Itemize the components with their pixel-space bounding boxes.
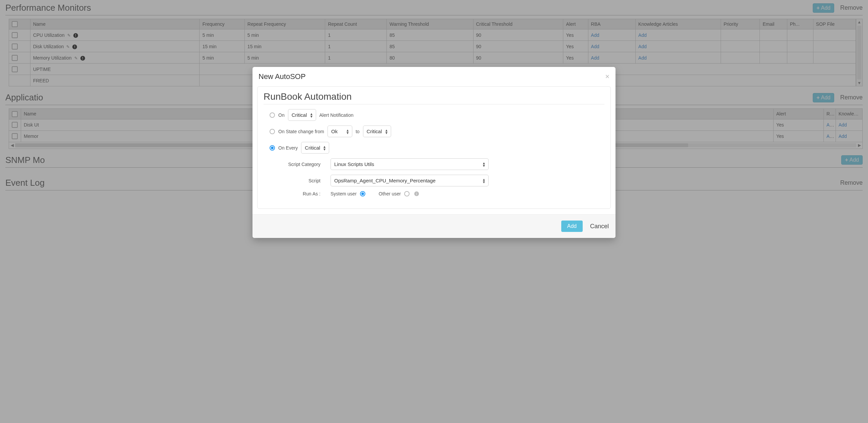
on-label: On (278, 112, 285, 118)
select-state-from[interactable]: Ok ▴▾ (328, 126, 352, 137)
select-script-category[interactable]: Linux Scripts Utils ▴▾ (331, 158, 489, 170)
select-value: Critical (292, 112, 307, 118)
runbook-panel: RunBook Automation On Critical ▴▾ Alert … (257, 86, 611, 194)
caret-icon: ▴▾ (483, 178, 485, 184)
select-value: Critical (305, 145, 320, 151)
row-on-every: On Every Critical ▴▾ (264, 142, 604, 154)
select-script[interactable]: OpsRamp_Agent_CPU_Memory_Percentage ▴▾ (331, 175, 489, 186)
select-state-to[interactable]: Critical ▴▾ (363, 126, 391, 137)
alert-notif-label: Alert Notification (319, 112, 353, 118)
other-user-label: Other user (379, 191, 401, 194)
radio-on-every[interactable] (270, 145, 275, 151)
system-user-label: System user (331, 191, 356, 194)
select-on-severity[interactable]: Critical ▴▾ (288, 109, 316, 121)
on-every-label: On Every (278, 145, 298, 151)
radio-system-user[interactable] (360, 191, 365, 194)
modal-header: New AutoSOP × (252, 67, 616, 83)
row-script: Script OpsRamp_Agent_CPU_Memory_Percenta… (264, 175, 604, 186)
script-label: Script (264, 178, 320, 184)
info-icon[interactable]: i (414, 191, 419, 194)
new-autosop-modal: New AutoSOP × RunBook Automation On Crit… (252, 67, 616, 194)
select-on-every[interactable]: Critical ▴▾ (301, 142, 329, 154)
radio-state-change[interactable] (270, 129, 275, 134)
state-change-label: On State change from (278, 129, 324, 134)
row-script-category: Script Category Linux Scripts Utils ▴▾ (264, 158, 604, 170)
radio-other-user[interactable] (404, 191, 409, 194)
close-icon[interactable]: × (605, 72, 610, 81)
row-state-change: On State change from Ok ▴▾ to Critical ▴… (264, 126, 604, 137)
select-value: Critical (367, 129, 382, 134)
row-on-alert: On Critical ▴▾ Alert Notification (264, 109, 604, 121)
modal-overlay: New AutoSOP × RunBook Automation On Crit… (0, 0, 868, 194)
row-run-as: Run As : System user Other user i (264, 191, 604, 194)
panel-title: RunBook Automation (264, 91, 604, 102)
caret-icon: ▴▾ (483, 162, 485, 167)
caret-icon: ▴▾ (310, 112, 312, 118)
to-label: to (355, 129, 360, 134)
run-as-label: Run As : (264, 191, 320, 194)
radio-on-alert[interactable] (270, 112, 275, 118)
select-value: Ok (331, 129, 338, 134)
select-value: OpsRamp_Agent_CPU_Memory_Percentage (334, 178, 436, 184)
modal-title: New AutoSOP (258, 72, 306, 81)
caret-icon: ▴▾ (347, 129, 349, 134)
script-category-label: Script Category (264, 162, 320, 167)
select-value: Linux Scripts Utils (334, 161, 374, 167)
caret-icon: ▴▾ (385, 129, 388, 134)
caret-icon: ▴▾ (323, 145, 326, 151)
